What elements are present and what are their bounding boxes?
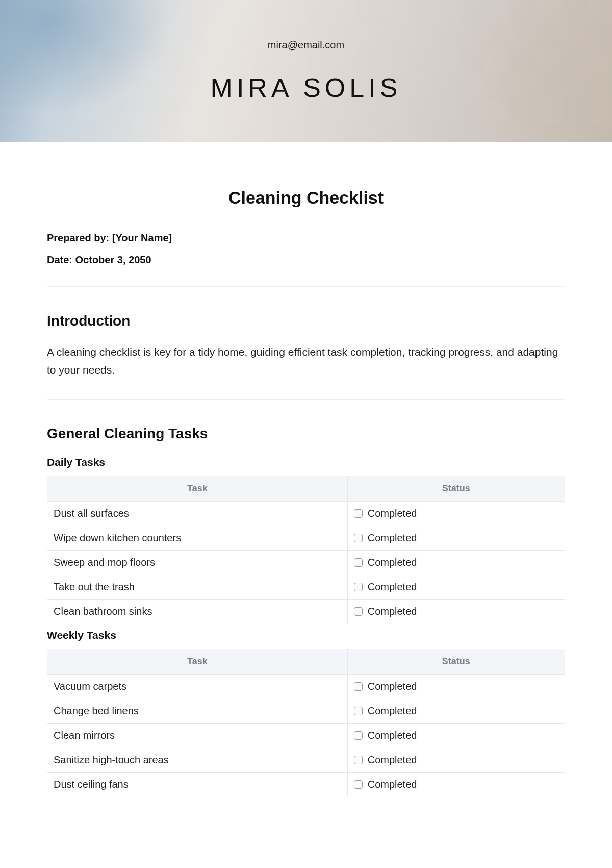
status-cell: Completed (347, 724, 565, 748)
document-header: mira@email.com MIRA SOLIS (0, 0, 612, 142)
status-cell: Completed (347, 748, 565, 773)
status-cell: Completed (347, 575, 565, 600)
status-cell: Completed (347, 699, 565, 724)
task-cell: Take out the trash (47, 575, 348, 600)
table-row: Vacuum carpetsCompleted (47, 675, 565, 699)
checkbox-icon[interactable] (354, 607, 363, 616)
checkbox-icon[interactable] (354, 583, 363, 591)
column-header-task: Task (47, 476, 348, 502)
table-row: Clean bathroom sinksCompleted (47, 600, 565, 624)
document-content: Cleaning Checklist Prepared by: [Your Na… (0, 142, 612, 828)
checkbox-icon[interactable] (354, 707, 363, 715)
checkbox-icon[interactable] (354, 780, 363, 789)
status-cell: Completed (347, 526, 565, 551)
daily-tasks-table: Task Status Dust all surfacesCompletedWi… (47, 476, 565, 624)
checkbox-icon[interactable] (354, 534, 363, 542)
table-row: Wipe down kitchen countersCompleted (47, 526, 565, 551)
status-label: Completed (368, 730, 417, 741)
header-name: MIRA SOLIS (211, 72, 402, 103)
table-row: Dust all surfacesCompleted (47, 502, 565, 526)
status-label: Completed (368, 532, 417, 544)
status-label: Completed (368, 581, 417, 593)
table-row: Sanitize high-touch areasCompleted (47, 748, 565, 773)
divider (47, 399, 565, 400)
status-label: Completed (368, 606, 417, 617)
general-tasks-heading: General Cleaning Tasks (47, 426, 565, 442)
introduction-heading: Introduction (47, 313, 565, 329)
status-label: Completed (368, 754, 417, 766)
table-row: Sweep and mop floorsCompleted (47, 551, 565, 575)
weekly-tasks-table: Task Status Vacuum carpetsCompletedChang… (47, 649, 565, 797)
date-line: Date: October 3, 2050 (47, 254, 565, 266)
table-header-row: Task Status (47, 649, 565, 675)
table-row: Dust ceiling fansCompleted (47, 773, 565, 797)
table-row: Change bed linensCompleted (47, 699, 565, 724)
status-cell: Completed (347, 675, 565, 699)
status-label: Completed (368, 779, 417, 790)
task-cell: Sanitize high-touch areas (47, 748, 348, 773)
status-label: Completed (368, 705, 417, 717)
column-header-task: Task (47, 649, 348, 675)
checkbox-icon[interactable] (354, 509, 363, 518)
task-cell: Clean mirrors (47, 724, 348, 748)
weekly-tasks-heading: Weekly Tasks (47, 629, 565, 641)
status-label: Completed (368, 557, 417, 568)
task-cell: Vacuum carpets (47, 675, 348, 699)
status-cell: Completed (347, 502, 565, 526)
task-cell: Dust all surfaces (47, 502, 348, 526)
table-row: Clean mirrorsCompleted (47, 724, 565, 748)
checkbox-icon[interactable] (354, 682, 363, 691)
status-cell: Completed (347, 600, 565, 624)
checkbox-icon[interactable] (354, 558, 363, 567)
status-cell: Completed (347, 773, 565, 797)
introduction-body: A cleaning checklist is key for a tidy h… (47, 343, 565, 379)
status-label: Completed (368, 681, 417, 692)
task-cell: Dust ceiling fans (47, 773, 348, 797)
status-label: Completed (368, 508, 417, 519)
task-cell: Clean bathroom sinks (47, 600, 348, 624)
task-cell: Change bed linens (47, 699, 348, 724)
header-email: mira@email.com (268, 39, 344, 51)
table-row: Take out the trashCompleted (47, 575, 565, 600)
task-cell: Wipe down kitchen counters (47, 526, 348, 551)
daily-tasks-heading: Daily Tasks (47, 456, 565, 468)
page-title: Cleaning Checklist (47, 188, 565, 208)
divider (47, 286, 565, 287)
table-header-row: Task Status (47, 476, 565, 502)
column-header-status: Status (347, 649, 565, 675)
column-header-status: Status (347, 476, 565, 502)
prepared-by-line: Prepared by: [Your Name] (47, 232, 565, 244)
task-cell: Sweep and mop floors (47, 551, 348, 575)
checkbox-icon[interactable] (354, 756, 363, 764)
status-cell: Completed (347, 551, 565, 575)
checkbox-icon[interactable] (354, 731, 363, 740)
